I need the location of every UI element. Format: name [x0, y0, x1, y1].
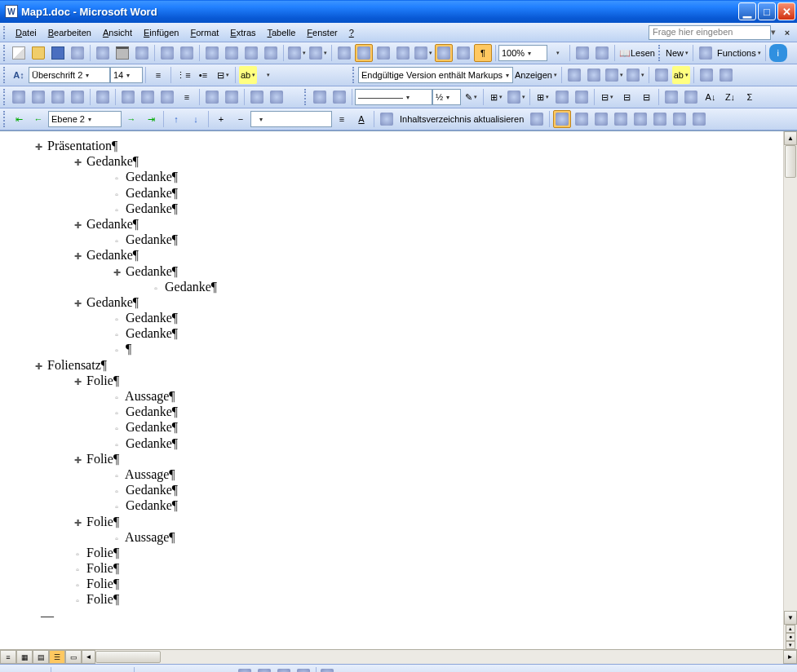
multilevel-list-button[interactable]: ⊟	[214, 66, 232, 84]
toolbar-handle[interactable]	[3, 26, 8, 39]
promote-h1-button[interactable]: ⇤	[10, 110, 28, 128]
tb3-btn8[interactable]	[158, 88, 176, 106]
line-button[interactable]: ＼	[138, 666, 156, 672]
dash-style-button[interactable]: ┅	[400, 666, 418, 672]
tb3-btn10[interactable]	[203, 88, 221, 106]
outline-text[interactable]: Folie	[83, 451, 119, 466]
outline-marker-icon[interactable]	[111, 204, 122, 215]
paste-button[interactable]	[242, 44, 260, 62]
outline-row[interactable]: Gedanke	[16, 310, 767, 325]
toolbar-handle[interactable]	[3, 45, 7, 61]
outline-text[interactable]: Gedanke	[122, 169, 178, 184]
outline-marker-icon[interactable]	[111, 485, 122, 497]
functions-menu-button[interactable]: Functions	[716, 44, 762, 62]
oval-button[interactable]: ○	[197, 666, 215, 672]
outline-row[interactable]: Gedanke	[16, 169, 767, 184]
level-combo[interactable]: Ebene 2▾	[48, 111, 122, 127]
shading-button[interactable]	[507, 88, 526, 106]
outline-text[interactable]: Aussage	[122, 466, 175, 482]
outline-marker-icon[interactable]	[72, 595, 83, 606]
show-markup-button[interactable]: Anzeigen	[514, 66, 558, 84]
autoshapes-button[interactable]: AutoFormen	[74, 666, 131, 672]
zoom-combo[interactable]: 100%▾	[498, 45, 547, 61]
close-button[interactable]: ✕	[777, 2, 795, 20]
outline-row[interactable]: Gedanke	[16, 247, 767, 263]
outline-row[interactable]: Gedanke	[16, 153, 767, 169]
show-first-line-button[interactable]: ≡	[333, 110, 351, 128]
outline-row[interactable]: Gedanke	[16, 201, 767, 216]
next-change-button[interactable]	[585, 66, 603, 84]
expand-button[interactable]: +	[212, 110, 230, 128]
outline-row[interactable]: Gedanke	[16, 294, 767, 310]
accept-change-button[interactable]	[604, 66, 624, 84]
doc-close-button[interactable]: ×	[781, 28, 794, 38]
tb3-btn5[interactable]	[94, 88, 112, 106]
outline-view-button[interactable]: ☰	[49, 650, 65, 664]
permission-button[interactable]	[69, 44, 86, 62]
outline-marker-icon[interactable]	[33, 141, 44, 153]
subdoc1-button[interactable]	[573, 110, 591, 128]
autosum-button[interactable]: Σ	[741, 88, 759, 106]
outline-row[interactable]: Foliensatz	[16, 357, 767, 373]
read-mode-button[interactable]: 📖 Lesen	[618, 44, 656, 62]
insert-table2-button[interactable]: ⊞	[534, 88, 551, 106]
demote-body-button[interactable]: ⇥	[142, 110, 160, 128]
outline-text[interactable]: Gedanke	[122, 232, 178, 247]
toolbar-handle[interactable]	[3, 111, 7, 127]
outline-row[interactable]: Folie	[16, 576, 767, 591]
review-mode-combo[interactable]: Endgültige Version enthält Markups▾	[358, 67, 513, 83]
scroll-thumb[interactable]	[785, 145, 796, 178]
border-color-button[interactable]: ✎	[462, 88, 480, 106]
subdoc3-button[interactable]	[612, 110, 630, 128]
outline-row[interactable]: Folie	[16, 451, 767, 466]
line-style-button[interactable]: ≡	[380, 666, 398, 672]
link-icon[interactable]	[573, 44, 591, 62]
hscroll-thumb[interactable]	[95, 651, 161, 663]
styles-icon[interactable]: A↕	[10, 66, 28, 84]
prev-change-button[interactable]	[565, 66, 583, 84]
save-button[interactable]	[49, 44, 67, 62]
redo-button[interactable]	[308, 44, 328, 62]
outline-text[interactable]: Präsentation	[44, 138, 117, 153]
toolbar-overflow[interactable]	[259, 66, 277, 84]
outline-marker-icon[interactable]	[111, 501, 122, 512]
outline-text[interactable]: Aussage	[122, 529, 175, 545]
tb3-btn4[interactable]	[69, 88, 86, 106]
columns-button[interactable]	[414, 44, 433, 62]
outline-row[interactable]: Folie	[16, 514, 767, 529]
outline-marker-icon[interactable]	[72, 454, 83, 466]
outline-text[interactable]: Folie	[83, 576, 119, 591]
split-cells-button[interactable]	[573, 88, 591, 106]
outline-marker-icon[interactable]	[72, 157, 83, 168]
outline-row[interactable]: Präsentation	[16, 138, 767, 153]
line-weight-combo[interactable]: ½▾	[432, 89, 461, 105]
copy-button[interactable]	[223, 44, 241, 62]
outline-row[interactable]: Gedanke	[16, 435, 767, 451]
web-view-button[interactable]: ▦	[16, 650, 33, 664]
cut-button[interactable]	[203, 44, 221, 62]
outline-marker-icon[interactable]	[111, 329, 122, 340]
merge-cells-button[interactable]	[553, 88, 571, 106]
hyperlink-button[interactable]	[335, 44, 353, 62]
excel-button[interactable]	[394, 44, 412, 62]
outline-marker-icon[interactable]	[72, 548, 83, 559]
outline-marker-icon[interactable]	[111, 235, 122, 246]
3d-button[interactable]: ◧	[458, 666, 476, 672]
new-menu-button[interactable]: New	[665, 44, 689, 62]
subdoc2-button[interactable]	[592, 110, 610, 128]
outline-row[interactable]: Gedanke	[16, 497, 767, 513]
eraser-button[interactable]	[330, 88, 348, 106]
maximize-button[interactable]: □	[758, 2, 776, 20]
subdoc5-button[interactable]	[651, 110, 669, 128]
help-search-dropdown[interactable]: ▾	[771, 27, 781, 38]
draw-menu-button[interactable]: Zeichnen	[4, 666, 47, 672]
scroll-up-button[interactable]: ▲	[784, 131, 797, 145]
help-search-input[interactable]: Frage hier eingeben	[649, 25, 771, 40]
tb3-btn13[interactable]	[268, 88, 286, 106]
outline-row[interactable]: Folie	[16, 560, 767, 576]
show-formatting-button[interactable]: A	[352, 110, 370, 128]
scroll-right-button[interactable]: ►	[783, 650, 797, 664]
outline-text[interactable]: Folie	[83, 591, 119, 607]
textbox-button[interactable]: ▢	[216, 666, 234, 672]
new-comment-button[interactable]	[653, 66, 671, 84]
